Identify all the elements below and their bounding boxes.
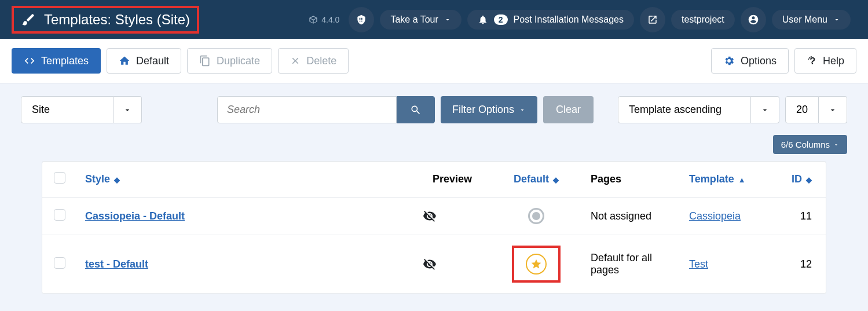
row-checkbox[interactable]	[54, 209, 65, 221]
limit-select[interactable]: 20	[785, 96, 847, 123]
page-title-highlight: Templates: Styles (Site)	[12, 6, 199, 34]
options-button[interactable]: Options	[711, 48, 789, 74]
col-pages: Pages	[583, 162, 681, 197]
close-icon	[290, 56, 301, 66]
help-button[interactable]: ? Help	[794, 48, 856, 74]
sort-icon: ◆	[114, 175, 120, 184]
columns-toggle[interactable]: 6/6 Columns	[773, 135, 847, 154]
action-toolbar: Templates Default Duplicate Delete Optio…	[0, 39, 868, 83]
search-button[interactable]	[397, 96, 435, 123]
notifications-count: 2	[494, 14, 508, 25]
chevron-down-icon	[833, 16, 840, 23]
external-link-button[interactable]	[640, 7, 665, 32]
col-id[interactable]: ID ◆	[779, 162, 826, 197]
template-link[interactable]: Cassiopeia	[689, 210, 741, 222]
default-button[interactable]: Default	[107, 48, 181, 74]
table-row: Cassiopeia - Default Not assigned Cassio…	[42, 197, 826, 235]
admin-header: Templates: Styles (Site) 4.4.0 Take a To…	[0, 0, 868, 39]
search-icon	[410, 104, 422, 116]
user-icon-button[interactable]	[741, 7, 766, 32]
chevron-down-icon	[444, 16, 451, 23]
take-tour-icon-button[interactable]	[349, 7, 374, 32]
id-cell: 11	[779, 197, 826, 235]
col-template[interactable]: Template ▲	[681, 162, 779, 197]
filter-area: Site Filter Options Clear Template ascen…	[0, 83, 868, 300]
chevron-down-icon[interactable]	[819, 96, 847, 123]
chevron-down-icon	[519, 107, 526, 114]
joomla-version: 4.4.0	[309, 15, 339, 24]
default-star-button[interactable]	[526, 254, 547, 275]
question-icon: ?	[807, 54, 817, 67]
svg-text:?: ?	[810, 56, 815, 66]
templates-button[interactable]: Templates	[12, 48, 101, 74]
brush-icon	[21, 12, 36, 27]
caret-down-icon	[833, 142, 839, 148]
col-style[interactable]: Style ◆	[77, 162, 415, 197]
style-link[interactable]: Cassiopeia - Default	[85, 210, 185, 222]
take-tour-button[interactable]: Take a Tour	[380, 10, 461, 30]
chevron-down-icon[interactable]	[751, 96, 779, 123]
sort-icon: ◆	[806, 175, 812, 184]
duplicate-button: Duplicate	[187, 48, 272, 74]
search-input[interactable]	[217, 96, 397, 123]
default-highlight	[512, 246, 561, 283]
clear-button[interactable]: Clear	[543, 96, 594, 123]
pages-cell: Default for all pages	[583, 235, 681, 294]
pages-cell: Not assigned	[583, 197, 681, 235]
table-row: test - Default Default for all pages Tes…	[42, 235, 826, 294]
chevron-down-icon[interactable]	[113, 96, 142, 123]
project-link[interactable]: testproject	[671, 10, 735, 30]
col-default[interactable]: Default ◆	[490, 162, 583, 197]
set-default-button[interactable]	[528, 208, 544, 224]
page-title: Templates: Styles (Site)	[44, 12, 190, 28]
bell-icon	[478, 14, 488, 25]
styles-table: Style ◆ Preview Default ◆ Pages Template…	[42, 161, 826, 294]
scope-select[interactable]: Site	[21, 96, 142, 123]
select-all-checkbox[interactable]	[54, 172, 65, 184]
sort-select[interactable]: Template ascending	[618, 96, 779, 123]
code-icon	[24, 55, 35, 67]
copy-icon	[199, 55, 211, 67]
col-preview: Preview	[415, 162, 490, 197]
home-icon	[119, 55, 130, 67]
delete-button: Delete	[278, 48, 349, 74]
notifications-button[interactable]: 2 Post Installation Messages	[467, 10, 634, 30]
joomla-icon	[309, 15, 318, 24]
eye-off-icon[interactable]	[423, 209, 482, 223]
sort-icon: ◆	[553, 175, 559, 184]
row-checkbox[interactable]	[54, 257, 65, 269]
eye-off-icon[interactable]	[423, 257, 482, 271]
sort-asc-icon: ▲	[738, 175, 746, 184]
id-cell: 12	[779, 235, 826, 294]
user-menu-button[interactable]: User Menu	[772, 10, 851, 30]
filter-options-button[interactable]: Filter Options	[441, 96, 537, 123]
template-link[interactable]: Test	[689, 258, 708, 270]
gear-icon	[723, 55, 735, 67]
style-link[interactable]: test - Default	[85, 258, 148, 270]
